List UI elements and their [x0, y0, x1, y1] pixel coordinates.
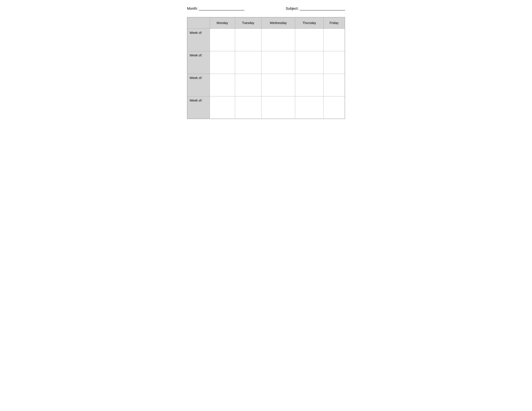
cell-week3-friday[interactable]: [323, 74, 345, 96]
header-tuesday: Tuesday: [235, 17, 261, 28]
week-label-3: Week of:: [187, 74, 210, 96]
cell-week3-monday[interactable]: [210, 74, 235, 96]
subject-input-line: [300, 7, 345, 10]
cell-week1-friday[interactable]: [323, 28, 345, 51]
cell-week1-wednesday[interactable]: [261, 28, 295, 51]
week-label-4: Week of:: [187, 96, 210, 119]
month-input-line: [199, 7, 244, 10]
cell-week1-tuesday[interactable]: [235, 28, 261, 51]
cell-week3-tuesday[interactable]: [235, 74, 261, 96]
cell-week4-tuesday[interactable]: [235, 96, 261, 119]
header-thursday: Thursday: [295, 17, 323, 28]
subject-label: Subject:: [286, 6, 299, 11]
header-friday: Friday: [323, 17, 345, 28]
table-row: Week of:: [187, 96, 345, 119]
cell-week1-thursday[interactable]: [295, 28, 323, 51]
subject-field: Subject:: [286, 6, 345, 11]
table-header: Monday Tuesday Wednesday Thursday Friday: [187, 17, 345, 28]
page-header: Month: Subject:: [187, 6, 345, 11]
header-monday: Monday: [210, 17, 235, 28]
month-label: Month:: [187, 6, 198, 11]
table-row: Week of:: [187, 74, 345, 96]
cell-week4-wednesday[interactable]: [261, 96, 295, 119]
table-row: Week of:: [187, 51, 345, 74]
cell-week2-tuesday[interactable]: [235, 51, 261, 74]
header-empty: [187, 17, 210, 28]
month-field: Month:: [187, 6, 244, 11]
week-label-2: Week of:: [187, 51, 210, 74]
cell-week4-thursday[interactable]: [295, 96, 323, 119]
cell-week2-wednesday[interactable]: [261, 51, 295, 74]
table-row: Week of:: [187, 28, 345, 51]
header-row: Monday Tuesday Wednesday Thursday Friday: [187, 17, 345, 28]
cell-week4-friday[interactable]: [323, 96, 345, 119]
cell-week2-monday[interactable]: [210, 51, 235, 74]
cell-week3-thursday[interactable]: [295, 74, 323, 96]
header-wednesday: Wednesday: [261, 17, 295, 28]
cell-week1-monday[interactable]: [210, 28, 235, 51]
cell-week2-thursday[interactable]: [295, 51, 323, 74]
week-label-1: Week of:: [187, 28, 210, 51]
calendar-table: Monday Tuesday Wednesday Thursday Friday…: [187, 17, 345, 119]
cell-week3-wednesday[interactable]: [261, 74, 295, 96]
cell-week2-friday[interactable]: [323, 51, 345, 74]
table-body: Week of: Week of: Week of: Week of:: [187, 28, 345, 119]
cell-week4-monday[interactable]: [210, 96, 235, 119]
